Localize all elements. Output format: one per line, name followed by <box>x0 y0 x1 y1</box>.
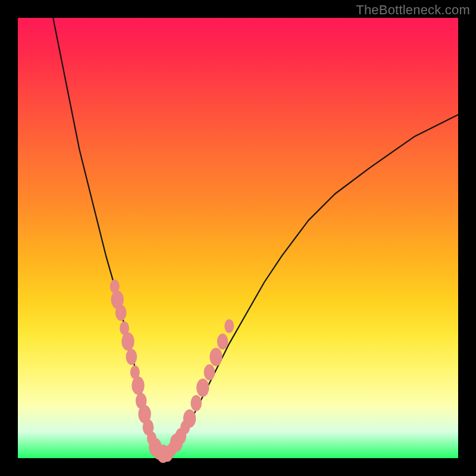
curve-marker <box>183 409 196 428</box>
curve-marker <box>224 319 234 333</box>
curve-marker <box>121 333 134 351</box>
curve-marker <box>209 347 222 366</box>
watermark-text: TheBottleneck.com <box>356 2 470 18</box>
curve-marker <box>115 305 127 321</box>
curve-marker <box>217 333 228 349</box>
curve-marker <box>126 349 137 365</box>
curve-marker <box>196 378 209 397</box>
curve-marker <box>204 364 215 380</box>
plot-area <box>18 18 458 458</box>
chart-svg <box>18 18 458 458</box>
bottleneck-curve <box>53 18 458 454</box>
chart-frame: TheBottleneck.com <box>0 0 476 476</box>
curve-marker <box>190 395 202 411</box>
curve-marker <box>131 377 144 395</box>
